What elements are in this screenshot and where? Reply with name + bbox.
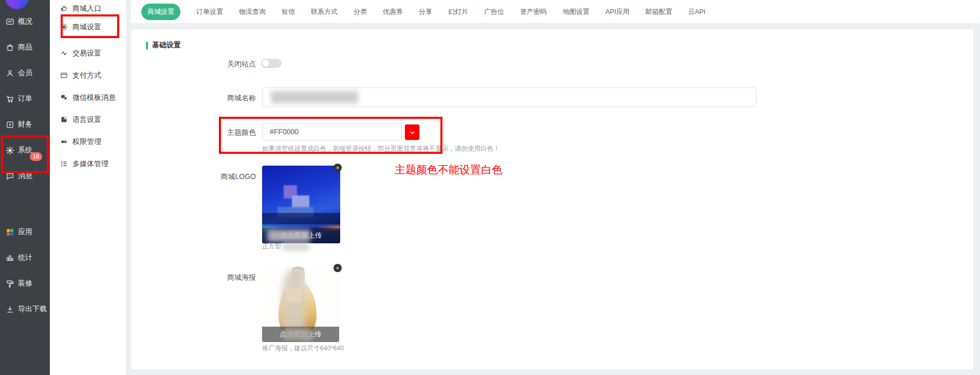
settings-tabbar: 商城设置 订单设置 物流查询 短信 联系方式 分类 优惠券 分享 幻灯片 广告位…	[131, 0, 980, 23]
theme-color-picker-button[interactable]	[405, 124, 419, 140]
credit-card-icon	[60, 72, 68, 79]
sidebar-item-label: 应用	[18, 227, 32, 237]
theme-color-input[interactable]	[262, 123, 402, 140]
sidebar-item-label: 统计	[18, 253, 32, 262]
menu-item-language-settings[interactable]: 语言设置	[50, 109, 126, 131]
menu-item-label: 多媒体管理	[72, 159, 108, 169]
apps-grid-icon	[6, 228, 14, 237]
sidebar-item-goods[interactable]: 商品	[0, 34, 50, 60]
admin-settings-page: { "sidebar": { "items": [ {"label": "概况"…	[0, 0, 980, 375]
tab-logistics-query[interactable]: 物流查询	[239, 7, 266, 16]
media-list-icon	[60, 160, 68, 168]
trade-arrows-icon	[60, 49, 68, 57]
language-book-icon	[60, 116, 68, 123]
theme-color-hint: 如果清空或设置成白色，前端登录按钮，部分页面背景等将不显示，请勿使用白色！	[262, 145, 500, 153]
menu-item-mall-settings[interactable]: 商城设置	[50, 17, 126, 37]
menu-item-label: 语言设置	[72, 115, 101, 124]
logo-reupload-button[interactable]: 点击重新上传	[262, 228, 340, 243]
sidebar-item-finance[interactable]: ¥ 财务	[0, 112, 50, 137]
wechat-bubbles-icon	[60, 94, 68, 101]
tab-asset-password[interactable]: 资产密码	[520, 7, 547, 16]
sidebar-item-label: 财务	[18, 120, 32, 129]
blur-redaction	[267, 229, 310, 242]
menu-item-label: 交易设置	[72, 49, 101, 58]
mall-logo-uploader[interactable]: 点击重新上传 ×	[262, 166, 340, 243]
blur-redaction	[292, 195, 309, 208]
menu-item-label: 商城设置	[72, 23, 101, 32]
sidebar-spacer	[0, 189, 50, 219]
sidebar-item-export[interactable]: 导出下载	[0, 296, 50, 322]
tab-order-settings[interactable]: 订单设置	[196, 7, 223, 16]
poster-hint: 推广海报，建议尺寸640*640	[262, 344, 344, 353]
logo-caption: 正方型	[262, 242, 282, 251]
remove-poster-icon[interactable]: ×	[334, 264, 342, 272]
tab-map-settings[interactable]: 地图设置	[563, 7, 589, 16]
tab-contact[interactable]: 联系方式	[311, 7, 338, 16]
tab-share[interactable]: 分享	[419, 7, 432, 16]
menu-item-label: 商城入口	[72, 4, 101, 13]
sidebar-item-system[interactable]: 系统	[0, 137, 50, 163]
app-logo[interactable]	[5, 0, 29, 9]
messages-icon	[6, 172, 14, 181]
tab-category[interactable]: 分类	[354, 7, 367, 16]
tab-cloud-api[interactable]: 云API	[688, 7, 706, 16]
stats-bars-icon	[6, 254, 14, 262]
goods-icon	[6, 43, 14, 52]
sidebar-item-messages[interactable]: 消息	[0, 163, 50, 189]
poster-reupload-button[interactable]: 点击重新上传	[262, 327, 339, 342]
blur-redaction	[271, 91, 358, 103]
overview-icon	[6, 17, 14, 26]
secondary-menu: 商城入口 商城设置 交易设置 支付方式 微信模板消息 语言设置 权限管理 多媒体…	[50, 0, 126, 375]
mall-logo-label: 商城LOGO	[131, 172, 256, 182]
menu-item-media[interactable]: 多媒体管理	[50, 153, 126, 175]
sidebar-item-decorate[interactable]: 装修	[0, 271, 50, 296]
download-icon	[6, 305, 14, 314]
tab-email-config[interactable]: 邮箱配置	[645, 7, 672, 16]
finance-icon: ¥	[6, 120, 14, 129]
permission-mask-icon	[60, 138, 68, 146]
section-header: 基础设置	[146, 41, 181, 50]
sidebar-item-members[interactable]: 会员	[0, 60, 50, 86]
mall-logo-image: 点击重新上传	[262, 166, 340, 243]
mall-poster-image: 点击重新上传	[262, 266, 339, 342]
blur-redaction	[286, 287, 301, 302]
menu-item-label: 支付方式	[72, 71, 101, 80]
menu-item-label: 权限管理	[72, 137, 101, 147]
sidebar-item-orders[interactable]: 订单	[0, 86, 50, 112]
tab-coupon[interactable]: 优惠券	[383, 7, 403, 16]
tab-slides[interactable]: 幻灯片	[448, 7, 468, 16]
menu-item-mall-entry[interactable]: 商城入口	[50, 0, 126, 17]
paint-roller-icon	[6, 279, 14, 288]
toggle-knob	[262, 60, 269, 67]
tab-sms[interactable]: 短信	[282, 7, 295, 16]
gear-icon	[60, 23, 68, 31]
close-site-label: 关闭站点	[131, 60, 256, 69]
annotation-note: 主题颜色不能设置白色	[395, 163, 503, 177]
menu-item-trade-settings[interactable]: 交易设置	[50, 42, 126, 64]
sidebar-item-stats[interactable]: 统计	[0, 245, 50, 271]
remove-logo-icon[interactable]: ×	[334, 164, 342, 172]
sidebar-item-label: 装修	[18, 279, 32, 288]
theme-color-label: 主题颜色	[131, 128, 256, 137]
blur-redaction	[284, 328, 312, 341]
section-title: 基础设置	[152, 41, 181, 50]
close-site-toggle[interactable]	[261, 59, 282, 68]
sidebar-item-apps[interactable]: 应用	[0, 219, 50, 245]
menu-item-permission[interactable]: 权限管理	[50, 131, 126, 153]
sidebar-item-overview[interactable]: 概况	[0, 9, 50, 34]
sidebar-item-label: 概况	[18, 17, 32, 26]
mall-poster-uploader[interactable]: 点击重新上传 ×	[262, 266, 339, 342]
svg-text:¥: ¥	[9, 122, 11, 127]
menu-item-payment-methods[interactable]: 支付方式	[50, 64, 126, 86]
blur-redaction	[283, 243, 309, 251]
logo-caption-row: 正方型	[262, 242, 309, 251]
menu-item-label: 微信模板消息	[72, 93, 116, 102]
orders-cart-icon	[6, 95, 14, 103]
mall-poster-label: 商城海报	[131, 273, 256, 282]
tab-api-app[interactable]: API应用	[605, 7, 630, 16]
sidebar-item-label: 会员	[18, 68, 32, 78]
tab-mall-settings[interactable]: 商城设置	[141, 4, 180, 20]
logo-dark-stripe	[262, 213, 340, 224]
menu-item-wechat-template[interactable]: 微信模板消息	[50, 86, 126, 109]
tab-ad-slot[interactable]: 广告位	[484, 7, 504, 16]
